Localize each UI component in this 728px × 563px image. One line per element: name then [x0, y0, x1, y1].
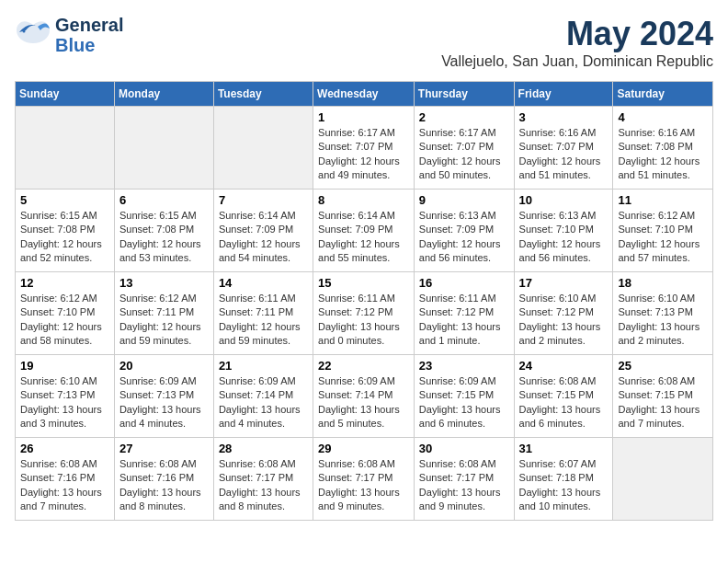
day-number: 8 [318, 193, 409, 207]
day-number: 11 [618, 193, 708, 207]
cell-info: Sunrise: 6:10 AMSunset: 7:12 PMDaylight:… [519, 292, 609, 349]
location-title: Vallejuelo, San Juan, Dominican Republic [441, 53, 713, 70]
cell-info: Sunrise: 6:08 AMSunset: 7:17 PMDaylight:… [318, 457, 409, 514]
header-monday: Monday [114, 82, 213, 107]
day-number: 17 [519, 276, 609, 290]
cell-info: Sunrise: 6:12 AMSunset: 7:10 PMDaylight:… [618, 209, 708, 266]
calendar-cell: 24Sunrise: 6:08 AMSunset: 7:15 PMDayligh… [514, 355, 613, 438]
calendar-cell: 8Sunrise: 6:14 AMSunset: 7:09 PMDaylight… [313, 190, 415, 272]
cell-info: Sunrise: 6:15 AMSunset: 7:08 PMDaylight:… [119, 209, 209, 266]
calendar-cell: 1Sunrise: 6:17 AMSunset: 7:07 PMDaylight… [313, 107, 415, 190]
calendar-cell: 15Sunrise: 6:11 AMSunset: 7:12 PMDayligh… [313, 272, 415, 355]
day-number: 18 [618, 276, 708, 290]
day-number: 4 [618, 110, 708, 124]
day-number: 1 [318, 110, 409, 124]
day-number: 3 [519, 110, 609, 124]
calendar-cell: 12Sunrise: 6:12 AMSunset: 7:10 PMDayligh… [16, 272, 115, 355]
day-number: 10 [519, 193, 609, 207]
calendar-week-2: 12Sunrise: 6:12 AMSunset: 7:10 PMDayligh… [16, 272, 713, 355]
day-number: 7 [219, 193, 308, 207]
title-area: May 2024 Vallejuelo, San Juan, Dominican… [441, 15, 713, 70]
calendar-cell: 25Sunrise: 6:08 AMSunset: 7:15 PMDayligh… [613, 355, 713, 438]
calendar-week-1: 5Sunrise: 6:15 AMSunset: 7:08 PMDaylight… [16, 190, 713, 272]
calendar-cell: 22Sunrise: 6:09 AMSunset: 7:14 PMDayligh… [313, 355, 415, 438]
day-number: 6 [119, 193, 209, 207]
cell-info: Sunrise: 6:11 AMSunset: 7:12 PMDaylight:… [419, 292, 509, 349]
calendar-cell: 18Sunrise: 6:10 AMSunset: 7:13 PMDayligh… [613, 272, 713, 355]
cell-info: Sunrise: 6:16 AMSunset: 7:08 PMDaylight:… [618, 126, 708, 183]
calendar-cell [16, 107, 115, 190]
day-number: 9 [419, 193, 509, 207]
cell-info: Sunrise: 6:13 AMSunset: 7:09 PMDaylight:… [419, 209, 509, 266]
calendar-cell: 10Sunrise: 6:13 AMSunset: 7:10 PMDayligh… [514, 190, 613, 272]
calendar-header-row: SundayMondayTuesdayWednesdayThursdayFrid… [16, 82, 713, 107]
day-number: 15 [318, 276, 409, 290]
day-number: 25 [618, 359, 708, 373]
calendar-cell: 5Sunrise: 6:15 AMSunset: 7:08 PMDaylight… [16, 190, 115, 272]
cell-info: Sunrise: 6:08 AMSunset: 7:16 PMDaylight:… [20, 457, 109, 514]
cell-info: Sunrise: 6:12 AMSunset: 7:11 PMDaylight:… [119, 292, 209, 349]
day-number: 24 [519, 359, 609, 373]
cell-info: Sunrise: 6:11 AMSunset: 7:11 PMDaylight:… [219, 292, 308, 349]
calendar-cell: 28Sunrise: 6:08 AMSunset: 7:17 PMDayligh… [213, 438, 313, 521]
cell-info: Sunrise: 6:15 AMSunset: 7:08 PMDaylight:… [20, 209, 109, 266]
calendar-cell: 14Sunrise: 6:11 AMSunset: 7:11 PMDayligh… [213, 272, 313, 355]
logo-blue: Blue [55, 35, 123, 55]
logo-icon [15, 16, 51, 55]
cell-info: Sunrise: 6:11 AMSunset: 7:12 PMDaylight:… [318, 292, 409, 349]
day-number: 12 [20, 276, 109, 290]
cell-info: Sunrise: 6:08 AMSunset: 7:17 PMDaylight:… [219, 457, 308, 514]
cell-info: Sunrise: 6:09 AMSunset: 7:13 PMDaylight:… [119, 374, 209, 431]
calendar-cell: 23Sunrise: 6:09 AMSunset: 7:15 PMDayligh… [414, 355, 514, 438]
day-number: 14 [219, 276, 308, 290]
day-number: 31 [519, 442, 609, 455]
day-number: 13 [119, 276, 209, 290]
calendar-cell: 27Sunrise: 6:08 AMSunset: 7:16 PMDayligh… [114, 438, 213, 521]
day-number: 22 [318, 359, 409, 373]
day-number: 5 [20, 193, 109, 207]
calendar-cell: 3Sunrise: 6:16 AMSunset: 7:07 PMDaylight… [514, 107, 613, 190]
day-number: 27 [119, 442, 209, 455]
svg-point-0 [23, 29, 26, 32]
calendar-cell: 9Sunrise: 6:13 AMSunset: 7:09 PMDaylight… [414, 190, 514, 272]
calendar-cell: 16Sunrise: 6:11 AMSunset: 7:12 PMDayligh… [414, 272, 514, 355]
cell-info: Sunrise: 6:13 AMSunset: 7:10 PMDaylight:… [519, 209, 609, 266]
calendar-cell: 20Sunrise: 6:09 AMSunset: 7:13 PMDayligh… [114, 355, 213, 438]
calendar-table: SundayMondayTuesdayWednesdayThursdayFrid… [15, 81, 713, 521]
header-tuesday: Tuesday [213, 82, 313, 107]
cell-info: Sunrise: 6:16 AMSunset: 7:07 PMDaylight:… [519, 126, 609, 183]
cell-info: Sunrise: 6:09 AMSunset: 7:14 PMDaylight:… [219, 374, 308, 431]
cell-info: Sunrise: 6:14 AMSunset: 7:09 PMDaylight:… [318, 209, 409, 266]
cell-info: Sunrise: 6:08 AMSunset: 7:17 PMDaylight:… [419, 457, 509, 514]
calendar-week-3: 19Sunrise: 6:10 AMSunset: 7:13 PMDayligh… [16, 355, 713, 438]
calendar-cell: 17Sunrise: 6:10 AMSunset: 7:12 PMDayligh… [514, 272, 613, 355]
page-header: General Blue May 2024 Vallejuelo, San Ju… [15, 15, 713, 70]
cell-info: Sunrise: 6:10 AMSunset: 7:13 PMDaylight:… [618, 292, 708, 349]
calendar-cell: 4Sunrise: 6:16 AMSunset: 7:08 PMDaylight… [613, 107, 713, 190]
cell-info: Sunrise: 6:08 AMSunset: 7:15 PMDaylight:… [618, 374, 708, 431]
day-number: 19 [20, 359, 109, 373]
day-number: 21 [219, 359, 308, 373]
calendar-week-4: 26Sunrise: 6:08 AMSunset: 7:16 PMDayligh… [16, 438, 713, 521]
day-number: 2 [419, 110, 509, 124]
calendar-cell [213, 107, 313, 190]
cell-info: Sunrise: 6:08 AMSunset: 7:16 PMDaylight:… [119, 457, 209, 514]
header-saturday: Saturday [613, 82, 713, 107]
cell-info: Sunrise: 6:09 AMSunset: 7:15 PMDaylight:… [419, 374, 509, 431]
calendar-cell: 2Sunrise: 6:17 AMSunset: 7:07 PMDaylight… [414, 107, 514, 190]
day-number: 29 [318, 442, 409, 455]
cell-info: Sunrise: 6:10 AMSunset: 7:13 PMDaylight:… [20, 374, 109, 431]
day-number: 28 [219, 442, 308, 455]
calendar-cell: 21Sunrise: 6:09 AMSunset: 7:14 PMDayligh… [213, 355, 313, 438]
calendar-cell: 31Sunrise: 6:07 AMSunset: 7:18 PMDayligh… [514, 438, 613, 521]
logo-general: General [55, 15, 123, 35]
calendar-cell [114, 107, 213, 190]
header-thursday: Thursday [414, 82, 514, 107]
header-sunday: Sunday [16, 82, 115, 107]
logo: General Blue [15, 15, 123, 55]
day-number: 20 [119, 359, 209, 373]
day-number: 30 [419, 442, 509, 455]
day-number: 16 [419, 276, 509, 290]
cell-info: Sunrise: 6:17 AMSunset: 7:07 PMDaylight:… [318, 126, 409, 183]
cell-info: Sunrise: 6:07 AMSunset: 7:18 PMDaylight:… [519, 457, 609, 514]
